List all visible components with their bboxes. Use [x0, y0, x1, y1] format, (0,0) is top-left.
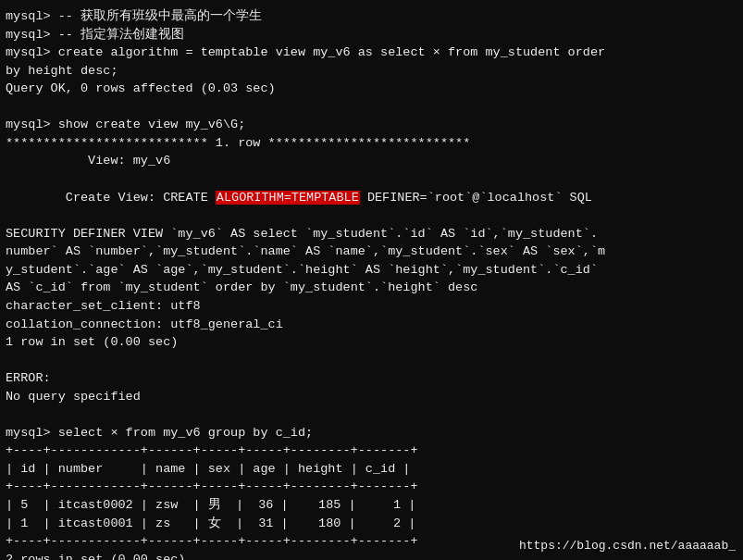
line-10-before: Create View: CREATE: [35, 191, 215, 205]
line-9: View: my_v6: [6, 152, 737, 170]
line-27: | 1 | itcast0001 | zs | 女 | 31 | 180 | 2…: [6, 515, 737, 533]
line-10-highlight: ALGORITHM=TEMPTABLE: [216, 191, 360, 205]
line-21-empty: [6, 405, 737, 424]
line-22: mysql> select × from my_v6 group by c_id…: [6, 424, 737, 442]
line-11: SECURITY DEFINER VIEW `my_v6` AS select …: [6, 225, 737, 243]
line-19: ERROR:: [6, 369, 737, 388]
line-7: mysql> show create view my_v6\G;: [6, 116, 737, 134]
terminal: mysql> -- 获取所有班级中最高的一个学生 mysql> -- 指定算法创…: [0, 0, 743, 560]
line-3: mysql> create algorithm = temptable view…: [6, 44, 737, 62]
line-6-empty: [6, 98, 737, 117]
line-17: 1 row in set (0.00 sec): [6, 333, 737, 352]
line-18-empty: [6, 352, 737, 370]
line-20: No query specified: [6, 388, 737, 406]
line-13: y_student`.`age` AS `age`,`my_student`.`…: [6, 261, 737, 280]
line-26: | 5 | itcast0002 | zsw | 男 | 36 | 185 | …: [6, 496, 737, 515]
watermark: https://blog.csdn.net/aaaaaab_: [519, 539, 736, 553]
line-12: number` AS `number`,`my_student`.`name` …: [6, 243, 737, 261]
line-2: mysql> -- 指定算法创建视图: [6, 26, 737, 44]
line-25: +----+------------+------+-----+-----+--…: [6, 478, 737, 496]
line-8: *************************** 1. row *****…: [6, 134, 737, 153]
line-5: Query OK, 0 rows affected (0.03 sec): [6, 80, 737, 98]
line-16: collation_connection: utf8_general_ci: [6, 316, 737, 334]
line-1: mysql> -- 获取所有班级中最高的一个学生: [6, 7, 737, 26]
line-10: Create View: CREATE ALGORITHM=TEMPTABLE …: [6, 170, 737, 225]
line-14: AS `c_id` from `my_student` order by `my…: [6, 279, 737, 297]
line-15: character_set_client: utf8: [6, 297, 737, 316]
line-23: +----+------------+------+-----+-----+--…: [6, 442, 737, 460]
line-4: by height desc;: [6, 62, 737, 81]
line-10-after: DEFINER=`root`@`localhost` SQL: [360, 191, 592, 205]
line-24: | id | number | name | sex | age | heigh…: [6, 460, 737, 479]
